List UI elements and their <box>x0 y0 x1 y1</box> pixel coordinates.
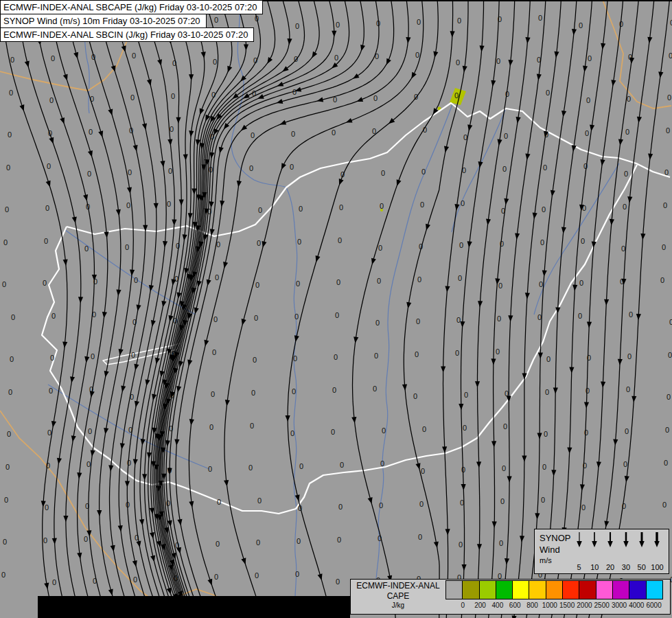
flow-arrowhead <box>553 388 558 394</box>
station-value: 0 <box>542 463 546 471</box>
flow-arrowhead <box>60 117 65 124</box>
flow-arrowhead <box>462 564 467 571</box>
flow-arrowhead <box>194 308 199 314</box>
station-value: 0 <box>3 238 8 247</box>
flow-arrowhead <box>176 386 181 393</box>
streamline <box>127 0 166 618</box>
title-sbcape-text: ECMWF-INDEX-ANAL SBCAPE (J/kg) Friday 03… <box>3 2 257 12</box>
flow-arrowhead <box>132 560 137 567</box>
station-value: 0 <box>213 315 218 323</box>
flow-arrowhead <box>46 181 51 187</box>
flow-arrowhead <box>197 280 202 287</box>
wind-arrow-icon <box>572 531 586 551</box>
station-value: 0 <box>660 276 664 284</box>
flow-arrowhead <box>332 31 336 37</box>
station-value: 0 <box>420 201 424 209</box>
station-value: 0 <box>625 128 629 136</box>
station-value: 0 <box>50 354 54 362</box>
flow-arrowhead <box>20 104 25 111</box>
cape-color-box <box>562 580 579 599</box>
station-value: 0 <box>11 313 15 321</box>
station-value: 0 <box>545 388 549 396</box>
flow-arrowhead <box>121 385 126 392</box>
station-value: 0 <box>9 89 13 97</box>
station-value: 0 <box>499 539 503 547</box>
station-value: 0 <box>335 311 339 319</box>
station-value: 0 <box>51 312 56 320</box>
flow-arrowhead <box>83 194 88 201</box>
wind-arrow-row <box>572 531 664 551</box>
flow-arrowhead <box>120 443 125 449</box>
flow-arrowhead <box>51 421 56 427</box>
station-value: 0 <box>500 497 505 505</box>
station-value: 0 <box>10 355 14 363</box>
flow-arrowhead <box>627 196 632 203</box>
station-value: 0 <box>45 204 49 212</box>
station-value: 0 <box>167 200 171 208</box>
streamline <box>563 0 623 618</box>
station-value: 0 <box>295 22 299 30</box>
flow-arrowhead <box>658 71 663 78</box>
cape-tick-label: 1500 <box>559 602 575 609</box>
flow-arrowhead <box>151 320 156 327</box>
flow-arrowhead <box>525 293 530 299</box>
cape-color-box <box>546 580 563 599</box>
title-line-sbcin: ECMWF-INDEX-ANAL SBCIN (J/kg) Friday 03-… <box>0 27 254 42</box>
flow-arrowhead <box>207 279 211 286</box>
flow-arrowhead <box>157 59 162 66</box>
streamline <box>600 0 670 618</box>
station-value: 0 <box>256 538 260 547</box>
flow-arrowhead <box>227 66 232 73</box>
station-value: 0 <box>254 314 258 322</box>
flow-arrowhead <box>52 538 57 545</box>
wind-speed-label: 5 <box>572 563 586 572</box>
flow-arrowhead <box>486 219 491 225</box>
station-value: 0 <box>291 130 295 138</box>
flow-arrowhead <box>102 312 107 318</box>
station-value: 0 <box>382 426 386 435</box>
flow-arrowhead <box>161 301 166 308</box>
flow-arrowhead <box>137 541 141 548</box>
flow-arrowhead <box>223 262 228 268</box>
flow-arrowhead <box>192 188 196 194</box>
cape-tick-label: 6000 <box>646 602 661 609</box>
flow-arrowhead <box>318 573 323 580</box>
flow-arrowhead <box>108 109 113 116</box>
station-value: 0 <box>253 356 257 364</box>
flow-arrowhead <box>459 404 463 410</box>
station-value: 0 <box>211 390 215 398</box>
flow-arrowhead <box>147 453 152 459</box>
flow-arrowhead <box>583 66 588 72</box>
title-line-wind: SYNOP Wind (m/s) 10m Friday 03-10-2025 0… <box>0 14 207 28</box>
flow-arrowhead <box>172 219 176 225</box>
station-value: 0 <box>217 498 221 506</box>
station-value: 0 <box>546 355 551 363</box>
cape-tick-label: 3000 <box>612 602 627 609</box>
station-value: 0 <box>588 54 592 62</box>
station-value: 0 <box>251 389 255 397</box>
cape-tick-label: 0 <box>461 602 465 609</box>
wind-speed-label: 20 <box>603 563 618 572</box>
flow-arrowhead <box>135 401 139 408</box>
station-value: 0 <box>125 243 129 251</box>
station-value: 0 <box>417 18 421 26</box>
station-value: 0 <box>621 244 625 253</box>
flow-arrowhead <box>90 391 95 398</box>
cape-color-box <box>479 580 496 599</box>
flow-arrowhead <box>491 441 496 447</box>
flow-arrowhead <box>281 163 286 170</box>
station-value: 0 <box>421 168 426 176</box>
flow-arrowhead <box>477 544 482 550</box>
streamline <box>189 0 408 618</box>
station-value: 0 <box>498 282 502 290</box>
flow-arrowhead <box>601 382 605 388</box>
station-value: 0 <box>502 165 507 173</box>
title-wind-text: SYNOP Wind (m/s) 10m Friday 03-10-2025 0… <box>3 16 200 26</box>
station-value: 0 <box>258 206 262 214</box>
flow-arrowhead <box>118 525 123 531</box>
station-value: 0 <box>51 54 55 62</box>
flow-arrowhead <box>316 255 321 262</box>
outer-borders-layer <box>0 0 671 610</box>
station-value: 0 <box>132 52 136 60</box>
flow-arrowhead <box>508 315 513 321</box>
